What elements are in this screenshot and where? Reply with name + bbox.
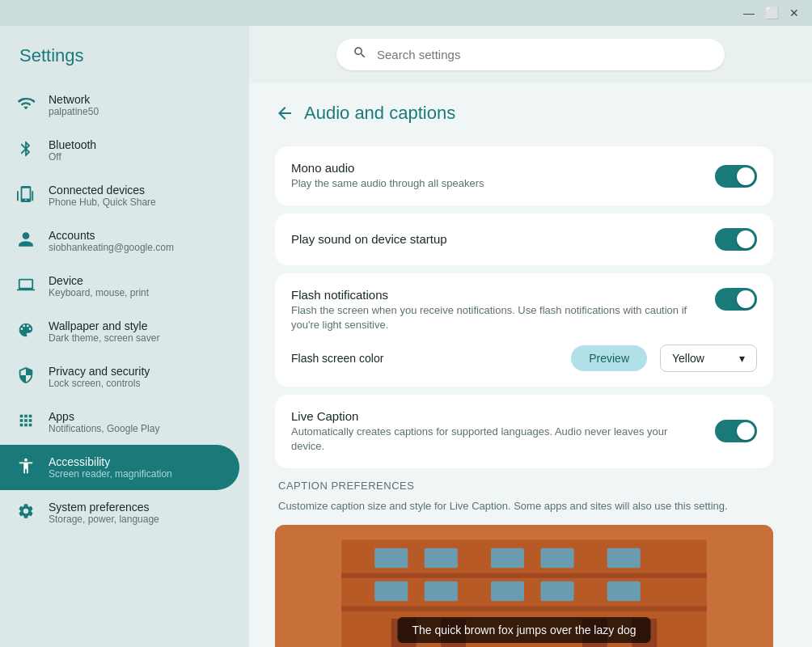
live-caption-row: Live Caption Automatically creates capti… (275, 395, 773, 468)
apps-icon (16, 412, 36, 433)
search-bar (336, 39, 725, 70)
svg-rect-6 (491, 548, 524, 569)
bluetooth-icon (16, 140, 36, 162)
palette-icon (16, 321, 36, 343)
minimize-button[interactable]: — (738, 2, 760, 24)
svg-rect-2 (341, 573, 707, 578)
live-caption-desc: Automatically creates captions for suppo… (291, 425, 702, 454)
svg-rect-7 (541, 548, 574, 569)
svg-rect-9 (374, 581, 408, 602)
mono-audio-row: Mono audio Play the same audio through a… (275, 146, 773, 205)
svg-rect-12 (541, 581, 574, 602)
flash-notifications-toggle[interactable] (715, 288, 757, 311)
network-sublabel: palpatine50 (49, 106, 99, 117)
search-input[interactable] (377, 48, 708, 61)
search-icon (353, 45, 367, 64)
apps-sublabel: Notifications, Google Play (49, 423, 159, 434)
svg-rect-5 (425, 548, 458, 569)
device-label: Device (49, 274, 149, 287)
bluetooth-label: Bluetooth (49, 138, 96, 151)
sidebar-item-device[interactable]: Device Keyboard, mouse, print (0, 264, 239, 309)
sidebar-item-apps[interactable]: Apps Notifications, Google Play (0, 400, 239, 445)
sidebar-item-system[interactable]: System preferences Storage, power, langu… (0, 490, 239, 535)
settings-icon (16, 502, 36, 524)
app-body: Settings Network palpatine50 Bluetooth O… (0, 26, 812, 647)
sidebar-item-connected[interactable]: Connected devices Phone Hub, Quick Share (0, 173, 239, 218)
preview-button[interactable]: Preview (571, 345, 647, 371)
svg-rect-3 (341, 607, 707, 611)
page-title: Audio and captions (304, 103, 455, 124)
bluetooth-sublabel: Off (49, 151, 96, 163)
maximize-button[interactable]: ⬜ (760, 2, 783, 24)
device-sublabel: Keyboard, mouse, print (49, 287, 149, 298)
sidebar-item-accounts[interactable]: Accounts siobhankeating@google.com (0, 218, 239, 264)
mono-audio-desc: Play the same audio through all speakers (291, 176, 702, 191)
flash-color-row: Flash screen color Preview Yellow ▾ (291, 345, 757, 372)
accessibility-sublabel: Screen reader, magnification (49, 468, 172, 480)
sidebar-item-network[interactable]: Network palpatine50 (0, 82, 239, 128)
connected-label: Connected devices (49, 184, 156, 197)
live-caption-toggle[interactable] (715, 420, 757, 442)
svg-rect-11 (491, 581, 524, 602)
person-icon (16, 230, 36, 252)
sidebar-item-accessibility[interactable]: Accessibility Screen reader, magnificati… (0, 445, 239, 490)
wallpaper-label: Wallpaper and style (49, 319, 159, 332)
connected-icon (16, 185, 36, 207)
system-sublabel: Storage, power, language (49, 514, 159, 525)
flash-notifications-label: Flash notifications (291, 288, 702, 302)
svg-rect-10 (425, 581, 458, 602)
search-bar-wrap (249, 26, 812, 83)
sidebar-item-bluetooth[interactable]: Bluetooth Off (0, 128, 239, 173)
wallpaper-sublabel: Dark theme, screen saver (49, 332, 159, 344)
network-label: Network (49, 93, 99, 106)
sidebar: Settings Network palpatine50 Bluetooth O… (0, 26, 249, 647)
mono-audio-label: Mono audio (291, 161, 702, 175)
privacy-label: Privacy and security (49, 365, 150, 378)
app-title: Settings (0, 39, 249, 82)
caption-preferences-section: Caption preferences Customize caption si… (275, 480, 773, 647)
caption-preview: The quick brown fox jumps over the lazy … (275, 525, 773, 647)
caption-overlay-text: The quick brown fox jumps over the lazy … (397, 617, 650, 643)
flash-notifications-row: Flash notifications Flash the screen whe… (275, 273, 773, 386)
back-button[interactable] (275, 104, 294, 123)
color-select[interactable]: Yellow ▾ (660, 345, 757, 372)
connected-sublabel: Phone Hub, Quick Share (49, 197, 156, 208)
chevron-down-icon: ▾ (739, 352, 745, 365)
mono-audio-toggle[interactable] (715, 165, 757, 188)
accounts-label: Accounts (49, 229, 174, 242)
privacy-sublabel: Lock screen, controls (49, 378, 150, 389)
svg-rect-8 (607, 548, 641, 569)
play-sound-row: Play sound on device startup (275, 214, 773, 265)
svg-rect-4 (374, 548, 408, 569)
caption-preferences-header: Caption preferences (275, 480, 773, 492)
close-button[interactable]: ✕ (783, 2, 806, 24)
caption-preferences-desc: Customize caption size and style for Liv… (275, 498, 773, 514)
laptop-icon (16, 276, 36, 298)
accessibility-label: Accessibility (49, 455, 172, 468)
system-label: System preferences (49, 501, 159, 514)
accounts-sublabel: siobhankeating@google.com (49, 242, 174, 253)
apps-label: Apps (49, 410, 159, 423)
play-sound-label: Play sound on device startup (291, 232, 702, 246)
main-content: Audio and captions Mono audio Play the s… (249, 26, 812, 647)
back-header: Audio and captions (275, 103, 773, 124)
sidebar-item-privacy[interactable]: Privacy and security Lock screen, contro… (0, 354, 239, 400)
live-caption-label: Live Caption (291, 409, 702, 423)
flash-color-label: Flash screen color (291, 352, 558, 365)
play-sound-toggle[interactable] (715, 228, 757, 251)
content-panel: Audio and captions Mono audio Play the s… (249, 83, 812, 647)
wifi-icon (16, 95, 36, 116)
title-bar: — ⬜ ✕ (0, 0, 812, 26)
flash-notifications-desc: Flash the screen when you receive notifi… (291, 303, 702, 332)
accessibility-icon (16, 457, 36, 479)
shield-icon (16, 366, 36, 388)
sidebar-item-wallpaper[interactable]: Wallpaper and style Dark theme, screen s… (0, 309, 239, 354)
svg-rect-13 (607, 581, 641, 602)
